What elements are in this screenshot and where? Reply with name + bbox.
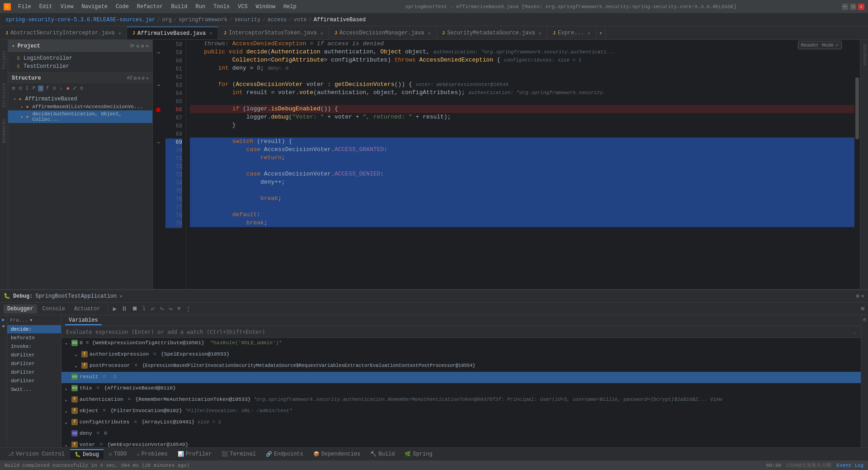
database-sidebar-tab[interactable]: Database xyxy=(862,44,867,66)
menu-run[interactable]: Run xyxy=(192,3,209,11)
menu-build[interactable]: Build xyxy=(167,3,191,11)
str-btn-2[interactable]: ⊟ xyxy=(18,85,23,91)
tab-close-2[interactable]: ✕ xyxy=(320,30,323,36)
frame-item-3[interactable]: doFilter xyxy=(7,351,61,360)
btm-tab-terminal[interactable]: ⬛ Terminal xyxy=(217,450,260,459)
btm-tab-version-control[interactable]: ⎇ Version Control xyxy=(4,450,69,459)
structure-class[interactable]: ▾ ● AffirmativeBased xyxy=(8,95,152,103)
frame-item-6[interactable]: doFilter xyxy=(7,377,61,385)
menu-edit[interactable]: Edit xyxy=(36,3,56,11)
frames-dropdown-icon[interactable]: ▾ xyxy=(30,317,33,323)
var-row-result[interactable]: oo result = -1 xyxy=(61,372,861,383)
tab-3[interactable]: J AccessDecisionManager.java ✕ xyxy=(329,27,437,39)
reader-mode-badge[interactable]: Reader Mode ✓ xyxy=(798,41,842,49)
code-content[interactable]: throws: AccessDeniedException = if acces… xyxy=(186,40,854,289)
menu-window[interactable]: Window xyxy=(252,3,279,11)
debug-stop-btn[interactable]: ⏹ xyxy=(131,305,139,312)
str-btn-3[interactable]: I xyxy=(24,85,30,91)
btm-tab-endpoints[interactable]: 🔗 Endpoints xyxy=(261,450,308,459)
menu-refactor[interactable]: Refactor xyxy=(133,3,167,11)
frame-item-5[interactable]: doFilter xyxy=(7,368,61,377)
variables-tab[interactable]: Variables xyxy=(65,316,102,325)
maximize-button[interactable]: ❐ xyxy=(850,4,856,10)
debug-resume-small-btn[interactable]: ▶ xyxy=(2,317,5,323)
breadcrumb-part-1[interactable]: org xyxy=(162,17,172,23)
project-sidebar-tab[interactable]: Project xyxy=(1,50,6,69)
project-settings-icon[interactable]: ⚙ xyxy=(141,43,144,49)
breadcrumb-part-0[interactable]: spring-security-core-5.3.6.RELEASE-sourc… xyxy=(5,17,155,23)
breadcrumb-part-2[interactable]: springframework xyxy=(179,17,227,23)
breadcrumb-part-4[interactable]: access xyxy=(267,17,287,23)
btm-tab-build[interactable]: 🔨 Build xyxy=(366,450,399,459)
frame-item-1[interactable]: beforeIn xyxy=(7,334,61,342)
btm-tab-debug[interactable]: 🐛 Debug xyxy=(70,449,104,459)
code-scrollbar-thumb[interactable] xyxy=(855,77,859,140)
tab-2[interactable]: J InterceptorStatusToken.java ✕ xyxy=(218,27,329,39)
structure-method-1[interactable]: ▸ ● decide(Authentication, Object, Colle… xyxy=(8,110,152,123)
tab-5[interactable]: J Expre... ✕ xyxy=(547,27,596,39)
menu-tools[interactable]: Tools xyxy=(210,3,233,11)
menu-help[interactable]: Help xyxy=(280,3,300,11)
structure-expand-icon[interactable]: ⊕ xyxy=(138,76,141,81)
tab-close-5[interactable]: ✕ xyxy=(588,30,591,36)
debug-pause-btn[interactable]: ⏸ xyxy=(120,305,129,313)
tab-1[interactable]: J AffirmativeBased.java ✕ xyxy=(127,27,218,39)
str-btn-8[interactable]: ⇓ xyxy=(58,85,64,91)
structure-sort-alpha-icon[interactable]: AZ xyxy=(127,76,132,81)
str-btn-6[interactable]: f xyxy=(45,85,50,91)
event-log-btn[interactable]: Event Log xyxy=(837,463,863,468)
status-position[interactable]: 69:30 xyxy=(766,463,781,468)
var-row-object[interactable]: ▸ f object = {FilterInvocation@9102} *Fi… xyxy=(61,406,861,417)
structure-settings-icon[interactable]: ⚙ xyxy=(142,76,145,81)
menu-file[interactable]: File xyxy=(14,3,35,11)
frame-item-0[interactable]: decide: xyxy=(7,325,61,334)
tab-close-0[interactable]: ✕ xyxy=(118,30,121,36)
project-sort-icon[interactable]: ⇅ xyxy=(136,43,139,49)
debug-evaluate-btn[interactable]: ≡ xyxy=(176,305,182,312)
tab-0[interactable]: J AbstractSecurityInterceptor.java ✕ xyxy=(0,27,127,39)
var-row-authentication[interactable]: ▸ f authentication = {RememberMeAuthenti… xyxy=(61,394,861,406)
breadcrumb-part-6[interactable]: AffirmativeBased xyxy=(314,17,366,23)
frame-item-4[interactable]: doFilter xyxy=(7,360,61,368)
var-row-2[interactable]: ▸ f postProcessor = {ExpressionBasedFilt… xyxy=(61,361,861,372)
btm-tab-spring[interactable]: 🌿 Spring xyxy=(400,450,437,459)
debug-layout-toggle[interactable]: ⊟ xyxy=(863,317,866,323)
debug-layout-btn[interactable]: ⊞ xyxy=(861,305,864,312)
tab-more[interactable]: ▾ xyxy=(596,27,605,39)
debug-step-into-btn[interactable]: ⤶ xyxy=(149,305,156,313)
btm-tab-profiler[interactable]: 📊 Profiler xyxy=(173,450,217,459)
tab-close-4[interactable]: ✕ xyxy=(538,30,542,36)
str-btn-10[interactable]: ⑇ xyxy=(72,85,77,91)
debug-run-cursor-btn[interactable]: ↪ xyxy=(168,305,174,313)
project-close-icon[interactable]: ✕ xyxy=(146,43,149,49)
structure-sidebar-tab[interactable]: Structure xyxy=(1,83,6,107)
close-button[interactable]: ✕ xyxy=(858,4,864,10)
var-row-configattributes[interactable]: ▸ f configAttributes = {ArrayList@10491}… xyxy=(61,417,861,428)
menu-vcs[interactable]: VCS xyxy=(234,3,251,11)
bookmarks-sidebar-tab[interactable]: Bookmarks xyxy=(1,119,6,143)
debug-more-btn[interactable]: ⋮ xyxy=(184,305,193,313)
var-row-deny[interactable]: sp deny = 0 xyxy=(61,428,861,440)
debug-resume-btn[interactable]: ▶ xyxy=(112,305,118,313)
frame-item-2[interactable]: Invoke: xyxy=(7,342,61,351)
project-sync-icon[interactable]: ⟳ xyxy=(130,43,134,49)
tab-console[interactable]: Console xyxy=(39,304,69,313)
str-btn-4[interactable]: P xyxy=(31,85,37,91)
var-row-this[interactable]: ▸ oo this = {AffirmativeBased@9110} xyxy=(61,383,861,394)
breadcrumb-part-3[interactable]: security xyxy=(235,17,261,23)
str-btn-11[interactable]: ⊟ xyxy=(79,85,84,91)
str-btn-5[interactable]: • xyxy=(38,85,43,91)
structure-method-0[interactable]: ▸ ● AffirmeBased(List<AccessDecisionVo..… xyxy=(8,103,152,110)
tab-4[interactable]: J SecurityMetadataSource.java ✕ xyxy=(437,27,547,39)
debug-step-out-btn[interactable]: ⤷ xyxy=(158,305,166,313)
debug-close-icon[interactable]: ✕ xyxy=(119,293,123,299)
var-row-1[interactable]: ▸ f authorizeExpression = {SpelExpressio… xyxy=(61,349,861,361)
tab-close-1[interactable]: ✕ xyxy=(209,30,212,36)
debug-settings-icon[interactable]: ⚙ xyxy=(856,293,859,299)
btm-tab-problems[interactable]: ⚠ Problems xyxy=(132,450,172,459)
minimize-button[interactable]: — xyxy=(842,4,848,10)
frame-item-7[interactable]: Swit... xyxy=(7,385,61,394)
tab-close-3[interactable]: ✕ xyxy=(428,30,431,36)
structure-close-icon[interactable]: ✕ xyxy=(146,76,149,81)
menu-view[interactable]: View xyxy=(57,3,77,11)
